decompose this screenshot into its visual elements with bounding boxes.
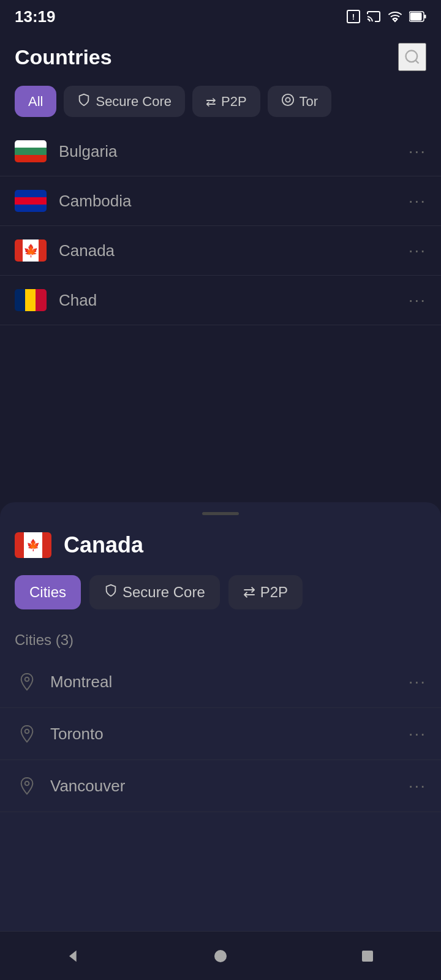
- location-icon-montreal: [15, 669, 39, 694]
- sheet-tab-secure-core[interactable]: Secure Core: [89, 575, 220, 609]
- sheet-tabs: Cities Secure Core ⇄ P2P: [0, 570, 441, 622]
- country-item-cambodia[interactable]: Cambodia ···: [0, 176, 441, 226]
- svg-point-7: [285, 97, 290, 102]
- city-item-toronto[interactable]: Toronto ···: [0, 708, 441, 760]
- tab-secure-core[interactable]: Secure Core: [64, 86, 185, 117]
- secure-core-icon: [77, 93, 91, 110]
- nav-recents-button[interactable]: [349, 938, 386, 974]
- svg-rect-3: [410, 13, 422, 21]
- svg-line-5: [415, 60, 418, 63]
- alert-icon: !: [347, 10, 360, 23]
- bottom-nav: [0, 931, 441, 980]
- svg-point-9: [25, 729, 29, 734]
- status-bar: 13:19 !: [0, 0, 441, 32]
- more-button-cambodia[interactable]: ···: [409, 191, 426, 211]
- p2p-icon: ⇄: [206, 94, 216, 109]
- tab-tor-label: Tor: [300, 94, 318, 110]
- tab-all[interactable]: All: [15, 86, 56, 117]
- back-icon: [65, 948, 82, 965]
- country-name-canada: Canada: [59, 241, 409, 260]
- tab-p2p-label: P2P: [221, 94, 247, 110]
- section-label: Cities (3): [0, 622, 441, 656]
- city-item-vancouver[interactable]: Vancouver ···: [0, 760, 441, 812]
- svg-point-6: [282, 94, 293, 105]
- tab-p2p[interactable]: ⇄ P2P: [192, 86, 260, 117]
- svg-point-8: [25, 677, 29, 682]
- country-item-chad[interactable]: Chad ···: [0, 276, 441, 325]
- city-name-vancouver: Vancouver: [50, 777, 409, 796]
- nav-back-button[interactable]: [55, 938, 92, 974]
- city-name-toronto: Toronto: [50, 725, 409, 744]
- header: Countries: [0, 32, 441, 81]
- country-name-chad: Chad: [59, 291, 409, 310]
- country-name-bulgaria: Bulgaria: [59, 142, 409, 161]
- recents-icon: [360, 949, 375, 963]
- country-name-cambodia: Cambodia: [59, 192, 409, 211]
- svg-marker-11: [69, 950, 77, 962]
- city-list: Montreal ··· Toronto ··· Vancouver: [0, 656, 441, 812]
- city-name-montreal: Montreal: [50, 673, 409, 692]
- search-button[interactable]: [398, 43, 426, 71]
- bottom-sheet: 🍁 Canada Cities Secure Core ⇄ P2P Cities…: [0, 502, 441, 980]
- tab-secure-core-label: Secure Core: [96, 94, 172, 110]
- location-icon-vancouver: [15, 774, 39, 798]
- flag-bulgaria: [15, 140, 47, 162]
- status-time: 13:19: [15, 7, 56, 26]
- page-title: Countries: [15, 45, 112, 69]
- wifi-icon: [387, 9, 403, 24]
- battery-icon: [409, 10, 426, 23]
- flag-chad: [15, 289, 47, 311]
- sheet-secure-core-icon: [104, 584, 118, 601]
- sheet-tab-p2p[interactable]: ⇄ P2P: [228, 575, 303, 609]
- filter-tabs: All Secure Core ⇄ P2P Tor: [0, 81, 441, 127]
- search-icon: [404, 48, 421, 66]
- more-button-bulgaria[interactable]: ···: [409, 141, 426, 161]
- svg-rect-13: [362, 951, 373, 962]
- more-button-vancouver[interactable]: ···: [409, 776, 426, 796]
- cast-icon: [366, 9, 381, 24]
- tor-icon: [281, 93, 295, 110]
- svg-rect-2: [424, 15, 426, 18]
- tab-all-label: All: [28, 94, 43, 110]
- city-item-montreal[interactable]: Montreal ···: [0, 656, 441, 708]
- tab-tor[interactable]: Tor: [268, 86, 332, 117]
- more-button-canada[interactable]: ···: [409, 241, 426, 260]
- sheet-tab-cities-label: Cities: [29, 584, 66, 601]
- svg-point-10: [25, 782, 29, 786]
- svg-point-12: [214, 950, 227, 962]
- sheet-p2p-icon: ⇄: [243, 584, 255, 601]
- location-icon-toronto: [15, 722, 39, 746]
- more-button-toronto[interactable]: ···: [409, 724, 426, 744]
- home-icon: [213, 949, 228, 963]
- sheet-tab-cities[interactable]: Cities: [15, 575, 81, 609]
- nav-home-button[interactable]: [202, 938, 239, 974]
- more-button-chad[interactable]: ···: [409, 290, 426, 310]
- status-icons: !: [347, 9, 426, 24]
- sheet-tab-secure-core-label: Secure Core: [123, 584, 205, 601]
- sheet-country-name: Canada: [64, 532, 143, 558]
- flag-cambodia: [15, 190, 47, 212]
- svg-point-4: [406, 51, 418, 62]
- country-item-bulgaria[interactable]: Bulgaria ···: [0, 127, 441, 176]
- sheet-country-header: 🍁 Canada: [0, 515, 441, 570]
- more-button-montreal[interactable]: ···: [409, 672, 426, 692]
- sheet-tab-p2p-label: P2P: [260, 584, 288, 601]
- country-item-canada[interactable]: 🍁 Canada ···: [0, 226, 441, 276]
- sheet-flag-canada: 🍁: [15, 532, 51, 558]
- country-list: Bulgaria ··· Cambodia ··· 🍁 Canada ···: [0, 127, 441, 325]
- flag-canada: 🍁: [15, 239, 47, 262]
